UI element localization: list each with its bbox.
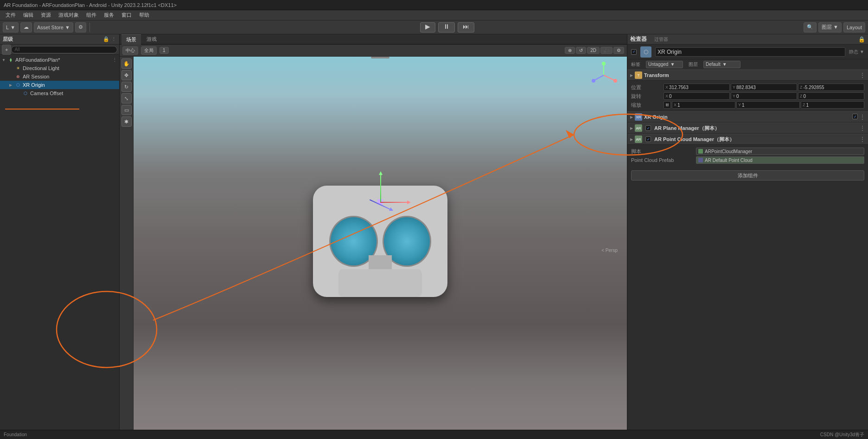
object-name-input[interactable]	[655, 47, 845, 57]
transform-component-header[interactable]: ▶ T Transform ⋮	[627, 70, 868, 81]
ar-point-cloud-enable-checkbox[interactable]: ✓	[645, 136, 651, 142]
hand-tool-icon[interactable]: ✋	[121, 58, 132, 69]
step-button[interactable]: ⏭	[458, 22, 474, 32]
scale-tool-icon[interactable]: ⤡	[121, 93, 132, 103]
menu-assets[interactable]: 资源	[37, 11, 55, 19]
hierarchy-ar-session[interactable]: ⊕ AR Session	[0, 72, 119, 81]
headset-bottom	[338, 269, 422, 297]
object-header: ✓ ⬡ 静态 ▼	[627, 45, 868, 59]
gizmo-btn[interactable]: ⚙	[613, 47, 624, 54]
pos-z-axis: Z	[800, 85, 803, 90]
rect-tool-icon[interactable]: ▭	[121, 105, 132, 115]
rotation-row: 旋转 X 0 Y 0 Z 0	[631, 92, 864, 100]
move-tool[interactable]: ⊕	[565, 47, 575, 54]
play-button[interactable]: ▶	[420, 22, 435, 32]
game-tab[interactable]: 游戏	[142, 34, 161, 45]
camera-btn[interactable]: 🎥	[600, 47, 613, 54]
ar-plane-menu-icon[interactable]: ⋮	[860, 125, 865, 131]
transform-menu-icon[interactable]: ⋮	[860, 72, 865, 78]
xr-origin-menu-icon[interactable]: ⋮	[860, 114, 865, 120]
layers-button[interactable]: 图层 ▼	[818, 22, 842, 32]
ar-point-cloud-menu-icon[interactable]: ⋮	[860, 136, 865, 142]
scene-menu-icon[interactable]: ⋮	[112, 57, 117, 63]
title-text: AR Foundation - ARFoundationPlan - Andro…	[4, 2, 177, 8]
tag-dropdown[interactable]: Untagged ▼	[646, 61, 683, 68]
position-x-field[interactable]: X 312.7563	[664, 84, 730, 91]
prefab-file-icon	[698, 158, 703, 162]
hierarchy-search[interactable]: All	[11, 46, 117, 53]
add-component-button[interactable]: 添加组件	[631, 170, 864, 181]
hierarchy-scene[interactable]: ▼ ⧫ ARFoundationPlan* ⋮	[0, 56, 119, 64]
settings-button[interactable]: ⚙	[75, 22, 86, 32]
position-y-field[interactable]: Y 882.8343	[731, 84, 797, 91]
search-button[interactable]: 🔍	[804, 22, 817, 32]
2d-btn[interactable]: 2D	[587, 47, 600, 54]
hierarchy-title: 层级	[3, 36, 13, 43]
inspector-lock-icon[interactable]: 🔒	[858, 36, 865, 43]
hierarchy-lock-icon[interactable]: 🔒	[103, 36, 109, 42]
scene-tab[interactable]: 场景	[121, 34, 141, 45]
center-btn[interactable]: 中心	[122, 46, 138, 55]
transform-icon: T	[635, 71, 642, 79]
ar-plane-enable-checkbox[interactable]: ✓	[645, 125, 651, 131]
layer-dropdown[interactable]: Default ▼	[703, 61, 740, 68]
persp-label: < Persp	[601, 248, 618, 253]
scene-area: 场景 游戏 中心 全局 1 ⊕ ↺ 2D 🎥 ⚙ ✋ ✥ ↻ ⤡ ▭	[120, 34, 627, 439]
rotation-z-field[interactable]: Z 0	[798, 92, 864, 100]
hierarchy-menu-icon[interactable]: ⋮	[111, 36, 116, 42]
ar-plane-manager-header[interactable]: ▶ AR ✓ AR Plane Manager（脚本） ⋮	[627, 123, 868, 134]
scale-link-icon: ⛓	[664, 101, 671, 109]
status-text: Foundation	[4, 432, 27, 437]
rotation-x-field[interactable]: X 0	[664, 92, 730, 100]
rotate-tool[interactable]: ↺	[576, 47, 586, 54]
ar-point-cloud-manager-header[interactable]: ▶ AR ✓ AR Point Cloud Manager（脚本） ⋮	[627, 134, 868, 145]
rotation-y-field[interactable]: Y 0	[731, 92, 797, 100]
layout-button[interactable]: Layout	[843, 22, 865, 32]
menu-window[interactable]: 窗口	[118, 11, 135, 19]
rotate-tool-icon[interactable]: ↻	[121, 82, 132, 92]
menu-help[interactable]: 帮助	[135, 11, 153, 19]
prefab-row: Point Cloud Prefab AR Default Point Clou…	[631, 156, 864, 164]
multi-tool-icon[interactable]: ✱	[121, 116, 132, 127]
position-row: 位置 X 312.7563 Y 882.8343 Z -5.292855	[631, 83, 864, 91]
menu-services[interactable]: 服务	[100, 11, 118, 19]
asset-store-button[interactable]: Asset Store ▼	[34, 22, 73, 32]
active-checkbox[interactable]: ✓	[631, 49, 637, 55]
menu-component[interactable]: 组件	[83, 11, 100, 19]
scale-x-field[interactable]: X 1	[672, 101, 735, 109]
scene-handle-bar: ✋ ✥ ↻ ⤡ ▭ ✱	[120, 57, 134, 439]
move-tool-icon[interactable]: ✥	[121, 70, 132, 80]
xr-origin-comp-icon: XR	[635, 113, 642, 121]
count-btn[interactable]: 1	[160, 47, 169, 54]
scene-viewport[interactable]: < Persp	[134, 57, 627, 439]
menu-file[interactable]: 文件	[2, 11, 19, 19]
ar-plane-icon: AR	[635, 124, 642, 132]
script-ref[interactable]: ARPointCloudManager	[696, 148, 864, 155]
scene-viewport-container: ✋ ✥ ↻ ⤡ ▭ ✱	[120, 57, 627, 439]
hierarchy-add-button[interactable]: +	[2, 45, 11, 55]
scale-label: 缩放	[631, 102, 664, 109]
menu-gameobject[interactable]: 游戏对象	[55, 11, 83, 19]
cloud-button[interactable]: ☁	[20, 22, 32, 32]
xr-origin-component-header[interactable]: ▶ XR XR Origin ✓ ⋮	[627, 111, 868, 123]
hierarchy-xr-origin[interactable]: ▶ ⬡ XR Origin	[0, 81, 119, 89]
position-z-field[interactable]: Z -5.292855	[798, 84, 864, 91]
hierarchy-directional-light[interactable]: ☀ Directional Light	[0, 64, 119, 72]
xr-origin-comp-name: XR Origin	[644, 114, 668, 120]
menu-edit[interactable]: 编辑	[19, 11, 37, 19]
scene-scroll-indicator	[371, 57, 389, 58]
scale-z-field[interactable]: Z 1	[801, 101, 864, 109]
ar-point-cloud-body: 脚本 ARPointCloudManager Point Cloud Prefa…	[627, 145, 868, 167]
pause-button[interactable]: ⏸	[438, 22, 455, 32]
scale-y-field[interactable]: Y 1	[736, 101, 800, 109]
prefab-ref[interactable]: AR Default Point Cloud	[696, 156, 864, 164]
script-row: 脚本 ARPointCloudManager	[631, 147, 864, 155]
scene-arrow: ▼	[2, 58, 7, 62]
main-layout: 层级 🔒 ⋮ + All ▼ ⧫ ARFoundationPlan* ⋮ ☀	[0, 34, 868, 439]
xr-origin-enable-checkbox[interactable]: ✓	[852, 114, 858, 119]
global-btn[interactable]: 全局	[141, 46, 157, 55]
account-button[interactable]: L ▼	[3, 22, 19, 32]
inspector-title: 检查器	[630, 35, 647, 43]
svg-point-4	[613, 79, 617, 83]
hierarchy-camera-offset[interactable]: ⬡ Camera Offset	[0, 89, 119, 97]
